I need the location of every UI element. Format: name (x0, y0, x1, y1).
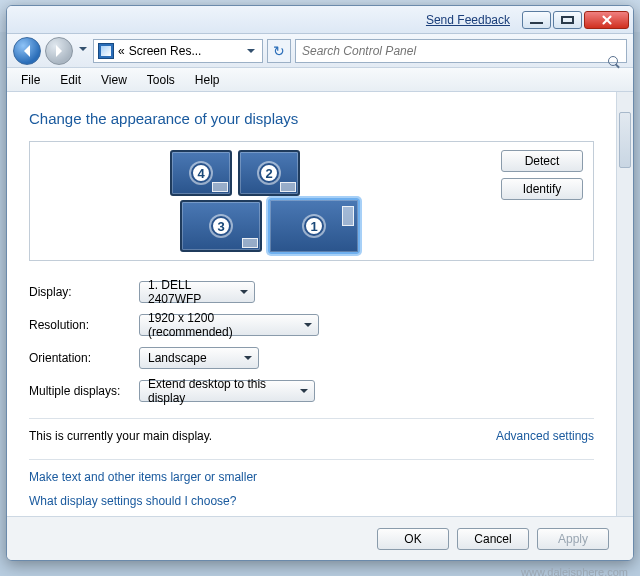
row-resolution: Resolution: 1920 x 1200 (recommended) (29, 314, 594, 336)
address-bar[interactable]: « Screen Res... (93, 39, 263, 63)
monitor-1-badge: 1 (304, 216, 324, 236)
dialog-footer: OK Cancel Apply (7, 516, 633, 560)
main-panel: Change the appearance of your displays 4… (7, 92, 616, 516)
separator (29, 418, 594, 419)
refresh-button[interactable]: ↻ (267, 39, 291, 63)
taskbar-icon (212, 182, 228, 192)
scrollbar-thumb[interactable] (619, 112, 631, 168)
ok-button[interactable]: OK (377, 528, 449, 550)
main-display-status: This is currently your main display. (29, 429, 212, 443)
search-box[interactable] (295, 39, 627, 63)
content-area: Change the appearance of your displays 4… (7, 92, 633, 516)
monitor-4-badge: 4 (191, 163, 211, 183)
titlebar: Send Feedback (7, 6, 633, 34)
menu-file[interactable]: File (11, 70, 50, 90)
nav-history-dropdown[interactable] (77, 41, 89, 61)
taskbar-icon (342, 206, 354, 226)
page-title: Change the appearance of your displays (29, 110, 594, 127)
row-multi: Multiple displays: Extend desktop to thi… (29, 380, 594, 402)
scrollbar[interactable] (616, 92, 633, 516)
address-prefix: « (118, 44, 125, 58)
which-settings-link[interactable]: What display settings should I choose? (29, 494, 594, 508)
forward-button[interactable] (45, 37, 73, 65)
status-row: This is currently your main display. Adv… (29, 429, 594, 443)
identify-button[interactable]: Identify (501, 178, 583, 200)
advanced-settings-link[interactable]: Advanced settings (496, 429, 594, 443)
orientation-dropdown[interactable]: Landscape (139, 347, 259, 369)
close-button[interactable] (584, 11, 629, 29)
search-input[interactable] (296, 44, 602, 58)
cancel-button[interactable]: Cancel (457, 528, 529, 550)
multi-dropdown[interactable]: Extend desktop to this display (139, 380, 315, 402)
row-display: Display: 1. DELL 2407WFP (29, 281, 594, 303)
arrange-side-buttons: Detect Identify (501, 142, 593, 260)
address-text: Screen Res... (129, 44, 240, 58)
apply-button: Apply (537, 528, 609, 550)
menu-edit[interactable]: Edit (50, 70, 91, 90)
monitor-canvas[interactable]: 4 2 3 1 (30, 142, 501, 260)
monitor-3[interactable]: 3 (180, 200, 262, 252)
send-feedback-link[interactable]: Send Feedback (426, 13, 510, 27)
multi-label: Multiple displays: (29, 384, 139, 398)
display-arrangement-box: 4 2 3 1 (29, 141, 594, 261)
make-text-larger-link[interactable]: Make text and other items larger or smal… (29, 470, 594, 484)
monitor-2[interactable]: 2 (238, 150, 300, 196)
display-label: Display: (29, 285, 139, 299)
watermark: www.daleisphere.com (521, 566, 628, 576)
menu-tools[interactable]: Tools (137, 70, 185, 90)
row-orientation: Orientation: Landscape (29, 347, 594, 369)
minimize-button[interactable] (522, 11, 551, 29)
back-button[interactable] (13, 37, 41, 65)
taskbar-icon (242, 238, 258, 248)
resolution-dropdown[interactable]: 1920 x 1200 (recommended) (139, 314, 319, 336)
address-dropdown-icon[interactable] (244, 44, 258, 58)
menu-help[interactable]: Help (185, 70, 230, 90)
nav-toolbar: « Screen Res... ↻ (7, 34, 633, 68)
monitor-3-badge: 3 (211, 216, 231, 236)
orientation-label: Orientation: (29, 351, 139, 365)
detect-button[interactable]: Detect (501, 150, 583, 172)
menu-view[interactable]: View (91, 70, 137, 90)
monitor-4[interactable]: 4 (170, 150, 232, 196)
display-dropdown[interactable]: 1. DELL 2407WFP (139, 281, 255, 303)
resolution-label: Resolution: (29, 318, 139, 332)
menu-bar: File Edit View Tools Help (7, 68, 633, 92)
monitor-2-badge: 2 (259, 163, 279, 183)
taskbar-icon (280, 182, 296, 192)
separator (29, 459, 594, 460)
explorer-window: Send Feedback « Screen Res... ↻ File Edi… (6, 5, 634, 561)
monitor-1[interactable]: 1 (268, 198, 360, 254)
control-panel-icon (98, 43, 114, 59)
maximize-button[interactable] (553, 11, 582, 29)
